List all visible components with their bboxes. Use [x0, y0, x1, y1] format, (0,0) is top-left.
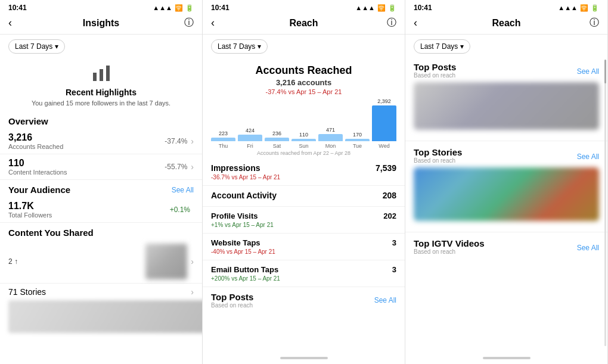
account-activity-title: Account Activity [211, 191, 277, 200]
top-posts-thumbnail [414, 82, 599, 130]
content-count: 2 ↑ [8, 257, 142, 266]
highlights-title: Recent Highlights [8, 88, 194, 97]
bar-col-sat: 236Sat [265, 130, 289, 149]
bar-value-fri: 424 [246, 127, 255, 133]
chart-footnote: Accounts reached from Apr 22 – Apr 28 [211, 149, 396, 158]
bar-day-tue: Tue [353, 143, 362, 149]
back-button-3[interactable]: ‹ [414, 17, 428, 29]
account-activity-row: Account Activity 208 [203, 186, 405, 207]
signal-icon-2: ▲▲▲ [355, 4, 375, 11]
bar-day-thu: Thu [219, 143, 228, 149]
top-stories-sub: Based on reach [414, 157, 462, 164]
info-button-1[interactable]: ⓘ [179, 17, 194, 29]
info-button-3[interactable]: ⓘ [585, 17, 599, 29]
content-thumbnail-row[interactable]: 2 ↑ › [0, 240, 202, 283]
signal-icon: ▲▲▲ [153, 4, 172, 11]
right-top-posts-title: Top Posts [414, 62, 456, 72]
filter-button-2[interactable]: Last 7 Days ▾ [211, 39, 268, 54]
svg-rect-1 [100, 69, 103, 81]
content-shared-header: Content You Shared [0, 223, 202, 240]
accounts-reached-count: 3,216 accounts [211, 78, 396, 87]
total-followers-row: 11.7K Total Followers +0.1% [0, 197, 202, 223]
panel-reach-middle: 10:41 ▲▲▲ 🛜 🔋 ‹ Reach ⓘ Last 7 Days ▾ Ac… [203, 0, 405, 364]
bar-col-thu: 223Thu [211, 130, 235, 149]
bar-day-sat: Sat [273, 143, 281, 149]
top-posts-header: Top Posts Based on reach See All [203, 287, 405, 310]
battery-icon: 🔋 [185, 4, 194, 12]
chart-icon [8, 64, 194, 85]
top-stories-see-all[interactable]: See All [577, 153, 599, 161]
bar-value-mon: 471 [326, 127, 335, 133]
scrollbar-track [604, 60, 606, 346]
accounts-reached-row[interactable]: 3,216 Accounts Reached -37.4% › [0, 129, 202, 154]
back-button-2[interactable]: ‹ [211, 17, 225, 29]
stories-row[interactable]: 71 Stories › [0, 283, 202, 300]
email-taps-row: Email Button Taps +200% vs Apr 15 – Apr … [203, 260, 405, 287]
filter-button-3[interactable]: Last 7 Days ▾ [414, 39, 470, 54]
impressions-sub: -36.7% vs Apr 15 – Apr 21 [211, 174, 280, 181]
chevron-down-icon-3: ▾ [460, 42, 464, 51]
audience-see-all[interactable]: See All [172, 186, 194, 194]
bar-chart: 223Thu424Fri236Sat110Sun471Mon170Tue2,39… [203, 99, 405, 158]
highlights-section: Recent Highlights You gained 15 more fol… [0, 58, 202, 111]
bar-day-mon: Mon [325, 143, 336, 149]
bar-col-mon: 471Mon [318, 127, 343, 149]
email-taps-value: 3 [392, 265, 396, 274]
highlights-subtitle: You gained 15 more followers in the last… [8, 99, 194, 107]
panel-reach-right: 10:41 ▲▲▲ 🛜 🔋 ‹ Reach ⓘ Last 7 Days ▾ To… [405, 0, 608, 364]
top-posts-section: Top Posts Based on reach See All [405, 58, 607, 138]
status-bar-3: 10:41 ▲▲▲ 🛜 🔋 [405, 0, 607, 13]
content-chevron: › [191, 257, 194, 266]
divider-2 [405, 232, 607, 232]
top-posts-title: Top Posts [211, 292, 253, 302]
bottom-divider-2 [280, 357, 328, 359]
stories-thumbnail [8, 300, 203, 333]
accounts-reached-section: Accounts Reached 3,216 accounts -37.4% v… [203, 58, 405, 99]
filter-button-1[interactable]: Last 7 Days ▾ [8, 39, 65, 54]
bar-fill-wed [372, 105, 396, 141]
content-shared-label: Content You Shared [8, 228, 94, 238]
content-interactions-row[interactable]: 110 Content Interactions -55.7% › [0, 154, 202, 180]
status-bar-2: 10:41 ▲▲▲ 🛜 🔋 [203, 0, 405, 13]
nav-title-1: Insights [23, 18, 179, 29]
total-followers-change: +0.1% [170, 206, 190, 214]
stories-chevron: › [191, 287, 194, 297]
overview-label: Overview [0, 111, 202, 129]
right-top-posts-see-all[interactable]: See All [577, 67, 599, 76]
svg-rect-0 [93, 73, 97, 81]
bar-value-tue: 170 [353, 132, 362, 138]
panel-insights: 10:41 ▲▲▲ 🛜 🔋 ‹ Insights ⓘ Last 7 Days ▾… [0, 0, 203, 364]
profile-visits-row: Profile Visits +1% vs Apr 15 – Apr 21 20… [203, 207, 405, 234]
back-button-1[interactable]: ‹ [8, 17, 23, 29]
bar-value-wed: 2,392 [377, 98, 391, 104]
accounts-reached-change: -37.4% vs Apr 15 – Apr 21 [211, 88, 396, 95]
bar-col-tue: 170Tue [345, 132, 370, 149]
total-followers-label: Total Followers [8, 211, 170, 219]
top-posts-see-all[interactable]: See All [374, 296, 396, 304]
bar-fill-sat [265, 138, 289, 141]
battery-icon-2: 🔋 [388, 4, 396, 12]
top-igtv-see-all[interactable]: See All [577, 244, 599, 252]
website-taps-row: Website Taps -40% vs Apr 15 – Apr 21 3 [203, 234, 405, 260]
right-top-posts-sub: Based on reach [414, 72, 456, 79]
chevron-right-icon-2: › [191, 162, 194, 172]
filter-row-1: Last 7 Days ▾ [0, 35, 202, 58]
filter-row-2: Last 7 Days ▾ [203, 35, 405, 58]
top-stories-thumbnail [414, 167, 599, 221]
wifi-icon-3: 🛜 [580, 4, 588, 12]
status-time-2: 10:41 [211, 4, 229, 12]
bar-fill-thu [211, 138, 235, 141]
bar-fill-mon [318, 134, 343, 141]
bar-day-fri: Fri [247, 143, 253, 149]
info-button-2[interactable]: ⓘ [382, 17, 396, 29]
bar-chart-bars: 223Thu424Fri236Sat110Sun471Mon170Tue2,39… [211, 101, 396, 149]
status-time-3: 10:41 [414, 4, 432, 12]
email-taps-title: Email Button Taps [211, 265, 280, 274]
bar-fill-tue [345, 139, 370, 141]
bar-value-thu: 223 [219, 130, 228, 136]
status-time-1: 10:41 [8, 4, 27, 12]
svg-rect-2 [106, 66, 110, 81]
wifi-icon-2: 🛜 [377, 4, 386, 12]
accounts-reached-label: Accounts Reached [8, 143, 165, 150]
filter-row-3: Last 7 Days ▾ [405, 35, 607, 58]
